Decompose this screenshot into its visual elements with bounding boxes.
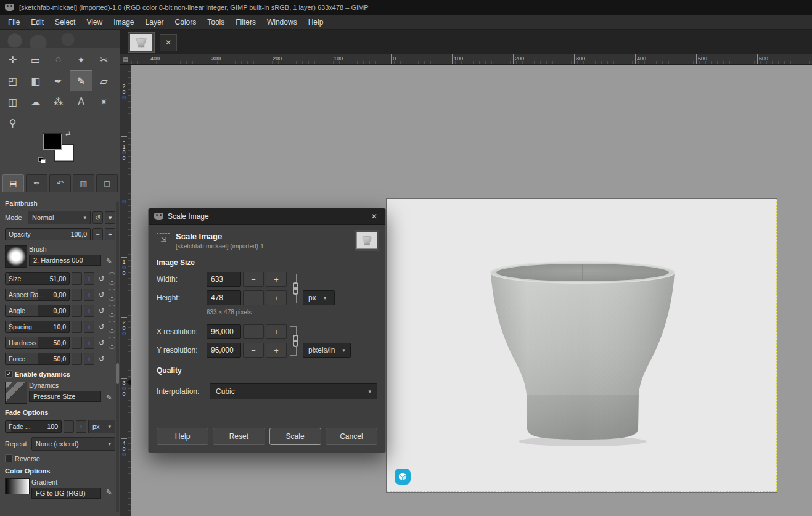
x-resolution-increase-button[interactable]: +: [266, 324, 287, 339]
menu-image[interactable]: Image: [108, 16, 139, 28]
angle-increase-button[interactable]: +: [84, 305, 94, 317]
height-input[interactable]: 478: [207, 290, 241, 305]
force-slider[interactable]: Force 50,0: [5, 353, 70, 365]
opacity-decrease-button[interactable]: −: [92, 228, 103, 240]
opacity-slider[interactable]: Opacity 100,0: [5, 228, 91, 240]
width-input[interactable]: 633: [207, 272, 241, 287]
tab-undo-history[interactable]: ↶: [49, 174, 71, 192]
spacing-decrease-button[interactable]: −: [72, 321, 82, 333]
opacity-increase-button[interactable]: +: [105, 228, 115, 240]
image-tab-sketchfab-mickael[interactable]: [128, 32, 155, 53]
swap-colors-icon[interactable]: ⇄: [65, 130, 70, 137]
y-resolution-input[interactable]: 96,000: [207, 343, 241, 358]
force-increase-button[interactable]: +: [84, 353, 94, 365]
brush-thumbnail[interactable]: [5, 245, 27, 268]
brush-name-box[interactable]: 2. Hardness 050: [29, 255, 101, 266]
fade-decrease-button[interactable]: −: [64, 420, 74, 433]
text-tool-button[interactable]: A: [70, 91, 92, 112]
angle-decrease-button[interactable]: −: [72, 305, 82, 317]
paintbrush-tool-button[interactable]: ✎: [70, 70, 92, 91]
size-slider[interactable]: Size 51,00: [5, 272, 70, 285]
foreground-color-swatch[interactable]: [43, 134, 62, 150]
dynamics-name-box[interactable]: Pressure Size: [29, 391, 101, 402]
mode-dropdown[interactable]: Normal ▾: [28, 211, 91, 224]
fade-increase-button[interactable]: +: [76, 420, 86, 433]
tab-device-status[interactable]: ✒: [26, 174, 47, 192]
rectangle-select-tool-button[interactable]: ▭: [24, 49, 47, 70]
hardness-reset-button[interactable]: ↺: [96, 337, 107, 349]
menu-file[interactable]: File: [2, 16, 25, 28]
spacing-slider[interactable]: Spacing 10,0: [5, 321, 70, 333]
aspect-increase-button[interactable]: +: [84, 289, 94, 301]
size-chain-link-icon[interactable]: [289, 272, 300, 305]
aspect-decrease-button[interactable]: −: [72, 289, 82, 301]
size-unit-dropdown[interactable]: px ▾: [303, 290, 335, 305]
menu-layer[interactable]: Layer: [140, 16, 170, 28]
spacing-reset-button[interactable]: ↺: [96, 321, 107, 333]
fade-unit-dropdown[interactable]: px ▾: [88, 420, 115, 433]
cancel-button[interactable]: Cancel: [326, 428, 377, 445]
interpolation-dropdown[interactable]: Cubic ▾: [210, 383, 377, 399]
edit-dynamics-button[interactable]: ✎: [103, 391, 115, 404]
size-increase-button[interactable]: +: [84, 272, 94, 285]
window-titlebar[interactable]: [sketchfab-mickael] (imported)-1.0 (RGB …: [0, 0, 812, 15]
height-increase-button[interactable]: +: [266, 290, 287, 305]
aspect-reset-button[interactable]: ↺: [96, 289, 107, 301]
force-decrease-button[interactable]: −: [72, 353, 82, 365]
repeat-dropdown[interactable]: None (extend) ▾: [31, 437, 115, 451]
help-button[interactable]: Help: [157, 428, 208, 445]
dynamics-thumbnail[interactable]: [5, 382, 27, 404]
edit-gradient-button[interactable]: ✎: [103, 486, 115, 499]
scale-button[interactable]: Scale: [269, 428, 321, 445]
size-decrease-button[interactable]: −: [72, 272, 82, 285]
ink-tool-button[interactable]: ✒: [47, 70, 70, 91]
width-decrease-button[interactable]: −: [243, 272, 264, 287]
hardness-decrease-button[interactable]: −: [72, 337, 82, 349]
fuzzy-select-tool-button[interactable]: ✦: [70, 49, 92, 70]
canvas-menu-button[interactable]: ▤: [120, 54, 131, 65]
menu-tools[interactable]: Tools: [202, 16, 230, 28]
angle-dynamics-link-icon[interactable]: [109, 305, 115, 317]
move-tool-button[interactable]: ✛: [1, 49, 24, 70]
clone-tool-button[interactable]: ◫: [1, 91, 24, 112]
size-dynamics-link-icon[interactable]: [109, 272, 115, 285]
crop-tool-button[interactable]: ✂: [92, 49, 115, 70]
hardness-slider[interactable]: Hardness 50,0: [5, 337, 70, 349]
menu-windows[interactable]: Windows: [261, 16, 303, 28]
width-increase-button[interactable]: +: [266, 272, 287, 287]
edit-brush-button[interactable]: ✎: [103, 255, 115, 268]
menu-select[interactable]: Select: [49, 16, 81, 28]
menu-help[interactable]: Help: [303, 16, 329, 28]
gradient-name-box[interactable]: FG to BG (RGB): [31, 488, 101, 499]
angle-slider[interactable]: Angle 0,00: [5, 305, 70, 317]
horizontal-ruler[interactable]: -400 -300 -200 -100 0 100 200 300 400 50…: [131, 54, 812, 65]
menu-view[interactable]: View: [81, 16, 108, 28]
aspect-ratio-slider[interactable]: Aspect Ra... 0,00: [5, 289, 70, 301]
resolution-unit-dropdown[interactable]: pixels/in ▾: [303, 343, 351, 358]
canvas[interactable]: Scale Image ✕ ⇲ Scale Image [sketchfab-m…: [131, 65, 812, 516]
vertical-ruler[interactable]: -200 -100 0 100 200 300 400: [120, 65, 131, 516]
y-resolution-decrease-button[interactable]: −: [243, 343, 264, 358]
eraser-tool-button[interactable]: ▱: [92, 70, 115, 91]
mode-reset-button[interactable]: ↺: [92, 211, 103, 224]
mode-menu-button[interactable]: ▾: [105, 211, 115, 224]
size-reset-button[interactable]: ↺: [96, 272, 107, 285]
x-resolution-decrease-button[interactable]: −: [243, 324, 264, 339]
dialog-close-button[interactable]: ✕: [369, 212, 380, 221]
force-reset-button[interactable]: ↺: [96, 353, 107, 365]
spacing-increase-button[interactable]: +: [84, 321, 94, 333]
menu-filters[interactable]: Filters: [230, 16, 261, 28]
angle-reset-button[interactable]: ↺: [96, 305, 107, 317]
smudge-tool-button[interactable]: ☁: [24, 91, 47, 112]
tab-images[interactable]: ▥: [73, 174, 94, 192]
resolution-chain-link-icon[interactable]: [289, 324, 300, 358]
close-image-button[interactable]: ✕: [160, 34, 177, 51]
bucket-fill-tool-button[interactable]: ◧: [24, 70, 47, 91]
tab-tool-options[interactable]: ▤: [2, 174, 24, 192]
aspect-dynamics-link-icon[interactable]: [109, 289, 115, 301]
height-decrease-button[interactable]: −: [243, 290, 264, 305]
zoom-tool-button[interactable]: ⚲: [1, 112, 24, 133]
y-resolution-increase-button[interactable]: +: [266, 343, 287, 358]
menu-edit[interactable]: Edit: [25, 16, 49, 28]
color-picker-tool-button[interactable]: ✴: [92, 91, 115, 112]
